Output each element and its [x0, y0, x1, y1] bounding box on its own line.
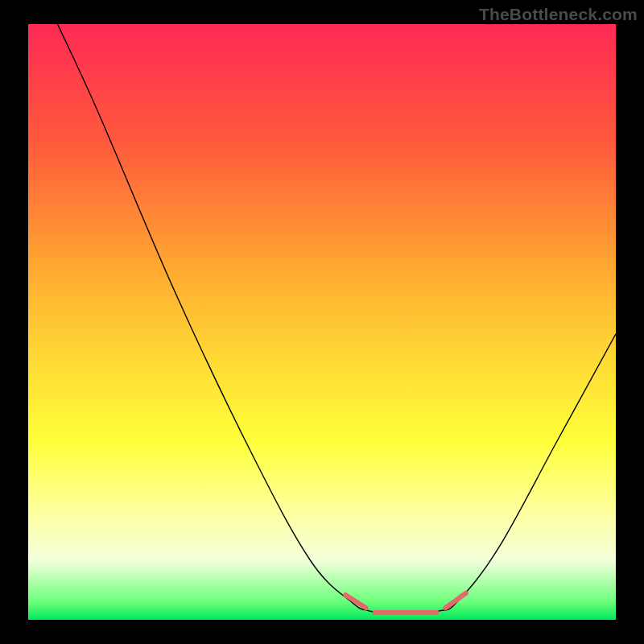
heatmap-background [28, 24, 616, 620]
chart-frame: TheBottleneck.com [0, 0, 644, 644]
chart-svg [28, 24, 616, 620]
watermark-text: TheBottleneck.com [479, 5, 638, 24]
plot-area [28, 24, 616, 620]
